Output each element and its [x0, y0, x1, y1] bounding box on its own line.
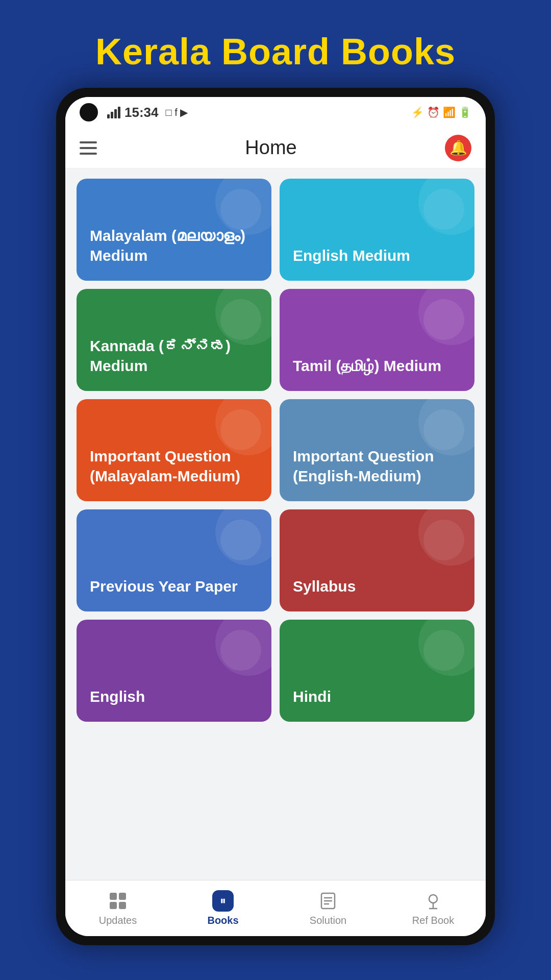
card-hindi[interactable]: Hindi [280, 620, 474, 722]
card-tamil[interactable]: Tamil (தமிழ்) Medium [280, 289, 474, 391]
card-kannada[interactable]: Kannada (ಕನ್ನಡ) Medium [77, 289, 271, 391]
bottom-nav: Updates Books [65, 880, 486, 936]
card-important-malayalam[interactable]: Important Question (Malayalam-Medium) [77, 399, 271, 501]
nav-bar: Home 🔔 [65, 128, 486, 168]
card-syllabus[interactable]: Syllabus [280, 509, 474, 611]
alarm-icon: ⏰ [427, 106, 440, 118]
card-label-malayalam: Malayalam (മലയാളം) Medium [90, 226, 258, 265]
solution-icon [317, 890, 339, 912]
menu-button[interactable] [80, 141, 97, 155]
notification-button[interactable]: 🔔 [445, 135, 471, 161]
nav-label-solution: Solution [310, 915, 346, 926]
nav-item-refbook[interactable]: Ref Book [381, 890, 486, 926]
card-label-tamil: Tamil (தமிழ்) Medium [293, 356, 441, 376]
card-english-medium[interactable]: English Medium [280, 179, 474, 281]
signal-icon: 📶 [443, 106, 456, 118]
status-bar: 15:34 □ f ▶ ⚡ ⏰ 📶 🔋 [65, 97, 486, 128]
content-area: Malayalam (മലയാളം) Medium English Medium… [65, 168, 486, 880]
status-icons: ⚡ ⏰ 📶 🔋 [411, 106, 471, 118]
nav-item-solution[interactable]: Solution [276, 890, 381, 926]
card-label-hindi: Hindi [293, 687, 331, 706]
nav-label-refbook: Ref Book [412, 915, 454, 926]
card-malayalam[interactable]: Malayalam (മലയാളം) Medium [77, 179, 271, 281]
card-label-previous-year: Previous Year Paper [90, 576, 238, 596]
phone-screen: 15:34 □ f ▶ ⚡ ⏰ 📶 🔋 Home 🔔 [65, 97, 486, 936]
card-label-important-english: Important Question (English-Medium) [293, 446, 461, 486]
svg-rect-1 [119, 893, 126, 900]
card-label-english: English [90, 687, 145, 706]
svg-point-10 [429, 895, 437, 903]
nav-label-updates: Updates [99, 915, 137, 926]
card-english[interactable]: English [77, 620, 271, 722]
nav-item-books[interactable]: Books [170, 890, 276, 926]
camera-hole [80, 103, 98, 121]
svg-rect-2 [110, 902, 117, 909]
bluetooth-icon: ⚡ [411, 106, 424, 118]
svg-rect-3 [119, 902, 126, 909]
card-label-syllabus: Syllabus [293, 576, 356, 596]
status-time: 15:34 [124, 105, 159, 120]
svg-rect-5 [223, 899, 225, 903]
books-icon [212, 890, 234, 912]
nav-title: Home [245, 137, 296, 159]
card-label-important-malayalam: Important Question (Malayalam-Medium) [90, 446, 258, 486]
card-label-english-medium: English Medium [293, 246, 410, 265]
card-previous-year[interactable]: Previous Year Paper [77, 509, 271, 611]
category-grid: Malayalam (മലയാളം) Medium English Medium… [77, 179, 474, 722]
status-left: 15:34 □ f ▶ [80, 103, 188, 121]
svg-rect-0 [110, 893, 117, 900]
card-label-kannada: Kannada (ಕನ್ನಡ) Medium [90, 336, 258, 376]
wifi-icon: 🔋 [459, 106, 471, 118]
nav-label-books: Books [207, 915, 238, 926]
phone-device: 15:34 □ f ▶ ⚡ ⏰ 📶 🔋 Home 🔔 [56, 88, 495, 945]
nav-item-updates[interactable]: Updates [65, 890, 170, 926]
card-important-english[interactable]: Important Question (English-Medium) [280, 399, 474, 501]
refbook-icon [422, 890, 444, 912]
page-title: Kerala Board Books [95, 31, 456, 72]
status-device-icons: □ f ▶ [166, 106, 188, 118]
updates-icon [107, 890, 129, 912]
signal-bars [107, 107, 120, 118]
svg-rect-4 [221, 899, 222, 903]
